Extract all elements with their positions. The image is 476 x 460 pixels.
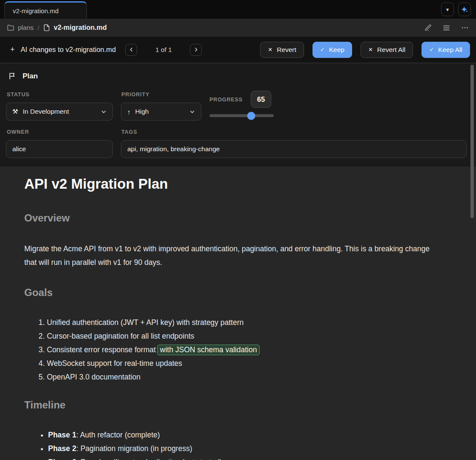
list-item: WebSocket support for real-time updates xyxy=(47,356,442,370)
flag-icon xyxy=(9,72,17,80)
ai-changes-bar: + AI changes to v2-migration.md 1 of 1 ✕… xyxy=(0,37,476,63)
properties-panel: Plan STATUS ⚒ In Development PRIORITY ↑ … xyxy=(0,63,476,167)
tags-label: TAGS xyxy=(121,129,137,135)
list-item: Phase 3: Error handling standardization … xyxy=(48,455,442,460)
check-icon: ✓ xyxy=(320,46,325,53)
ai-inserted-highlight: with JSON schema validation xyxy=(157,345,260,355)
breadcrumb-file[interactable]: v2-migration.md xyxy=(54,24,106,32)
priority-select[interactable]: ↑ High xyxy=(121,103,201,121)
tab-bar: v2-migration.md ▾ xyxy=(0,0,476,19)
list-item: OpenAPI 3.0 documentation xyxy=(47,370,442,384)
chevron-down-icon xyxy=(189,109,195,115)
owner-label: OWNER xyxy=(7,129,29,135)
chevron-left-icon xyxy=(129,47,134,52)
breadcrumb-folder[interactable]: plans xyxy=(18,24,34,32)
chevron-right-icon xyxy=(193,47,199,52)
list-item: Cursor-based pagination for all list end… xyxy=(47,329,442,343)
progress-label: PROGRESS xyxy=(209,97,243,103)
keep-button[interactable]: ✓ Keep xyxy=(313,42,352,58)
list-item: Unified authentication (JWT + API key) w… xyxy=(47,316,442,329)
timeline-list: Phase 1: Auth refactor (complete) Phase … xyxy=(24,428,442,460)
sparkle-plus-icon: + xyxy=(10,45,15,54)
breadcrumb-separator: / xyxy=(37,24,39,32)
panel-title: Plan xyxy=(23,72,38,80)
goals-list: Unified authentication (JWT + API key) w… xyxy=(24,316,442,384)
status-label: STATUS xyxy=(7,92,30,98)
folder-icon xyxy=(7,24,14,32)
status-value: In Development xyxy=(23,108,69,115)
revert-all-label: Revert All xyxy=(377,46,405,54)
tab-dropdown-button[interactable]: ▾ xyxy=(441,3,454,16)
ai-sparkle-button[interactable] xyxy=(458,3,471,16)
previous-change-button[interactable] xyxy=(125,44,137,56)
overview-heading: Overview xyxy=(24,212,442,224)
overview-paragraph: Migrate the Acme API from v1 to v2 with … xyxy=(24,242,442,269)
check-icon: ✓ xyxy=(429,46,434,53)
tab-v2-migration[interactable]: v2-migration.md xyxy=(4,1,87,19)
tags-input[interactable] xyxy=(121,140,467,158)
more-options-icon[interactable] xyxy=(461,23,469,32)
chevron-down-icon: ▾ xyxy=(446,6,449,13)
ai-changes-title: AI changes to v2-migration.md xyxy=(21,46,116,54)
priority-label: PRIORITY xyxy=(121,92,149,98)
revert-all-button[interactable]: ✕ Revert All xyxy=(361,42,413,58)
document-title: API v2 Migration Plan xyxy=(24,175,442,193)
next-change-button[interactable] xyxy=(190,44,202,56)
progress-slider[interactable] xyxy=(209,114,274,117)
tools-icon: ⚒ xyxy=(12,108,18,115)
scrollbar[interactable] xyxy=(470,65,474,218)
goals-heading: Goals xyxy=(24,286,442,299)
timeline-heading: Timeline xyxy=(24,399,442,411)
list-item: Phase 2: Pagination migration (in progre… xyxy=(48,442,442,455)
keep-all-button[interactable]: ✓ Keep All xyxy=(422,42,470,58)
list-item: Phase 1: Auth refactor (complete) xyxy=(48,428,442,442)
x-icon: ✕ xyxy=(268,46,272,53)
progress-value-box[interactable]: 65 xyxy=(251,91,271,108)
edit-mode-icon[interactable] xyxy=(424,24,432,32)
list-item: Consistent error response formatwith JSO… xyxy=(47,343,442,356)
revert-label: Revert xyxy=(277,46,296,54)
change-counter: 1 of 1 xyxy=(137,46,190,54)
chevron-down-icon xyxy=(101,109,106,115)
arrow-up-icon: ↑ xyxy=(127,108,131,115)
menu-icon[interactable] xyxy=(442,24,450,32)
breadcrumb: plans / v2-migration.md xyxy=(0,19,476,37)
tab-title: v2-migration.md xyxy=(13,7,59,14)
status-select[interactable]: ⚒ In Development xyxy=(6,103,113,121)
file-icon xyxy=(43,24,50,32)
owner-input[interactable] xyxy=(6,140,113,158)
document-body: API v2 Migration Plan Overview Migrate t… xyxy=(0,167,476,460)
keep-all-label: Keep All xyxy=(438,46,462,54)
x-icon: ✕ xyxy=(368,46,373,53)
progress-slider-thumb[interactable] xyxy=(247,112,255,120)
keep-label: Keep xyxy=(329,46,344,54)
priority-value: High xyxy=(135,108,149,115)
sparkle-icon xyxy=(461,6,468,13)
revert-button[interactable]: ✕ Revert xyxy=(260,42,304,58)
